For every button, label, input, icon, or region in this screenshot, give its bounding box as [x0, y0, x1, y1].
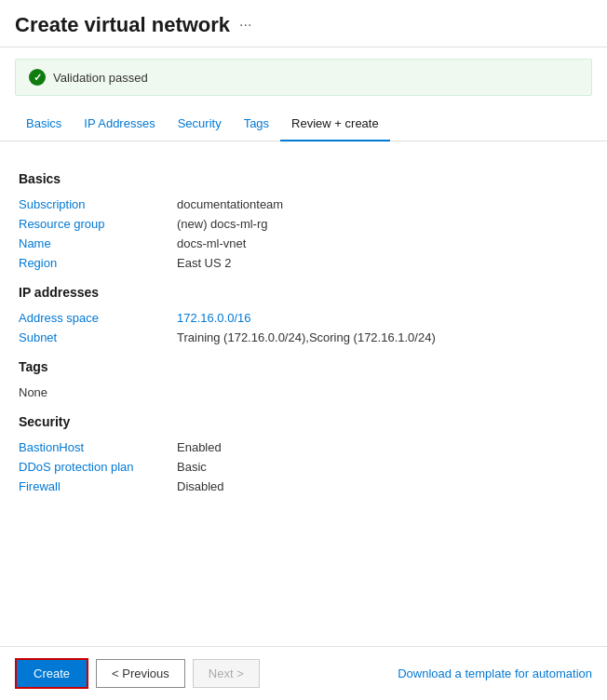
resource-group-value: (new) docs-ml-rg — [177, 217, 268, 231]
bastion-host-label: BastionHost — [19, 440, 177, 454]
field-name: Name docs-ml-vnet — [19, 236, 588, 250]
tab-bar: Basics IP Addresses Security Tags Review… — [0, 107, 607, 141]
field-resource-group: Resource group (new) docs-ml-rg — [19, 217, 588, 231]
main-content: Basics Subscription documentationteam Re… — [0, 141, 607, 519]
basics-section: Basics Subscription documentationteam Re… — [19, 171, 588, 270]
ddos-value: Basic — [177, 460, 207, 474]
field-subnet: Subnet Training (172.16.0.0/24),Scoring … — [19, 330, 588, 344]
subscription-value: documentationteam — [177, 197, 283, 211]
security-section: Security BastionHost Enabled DDoS protec… — [19, 414, 588, 493]
tags-value: None — [19, 385, 588, 399]
field-region: Region East US 2 — [19, 256, 588, 270]
tab-ip-addresses[interactable]: IP Addresses — [73, 107, 166, 141]
footer: Create < Previous Next > Download a temp… — [0, 646, 607, 700]
name-value: docs-ml-vnet — [177, 236, 246, 250]
ellipsis-icon[interactable]: ··· — [239, 17, 251, 34]
address-space-label: Address space — [19, 311, 177, 325]
download-template-link[interactable]: Download a template for automation — [398, 666, 592, 680]
address-space-value: 172.16.0.0/16 — [177, 311, 251, 325]
field-bastion-host: BastionHost Enabled — [19, 440, 588, 454]
ip-addresses-section-title: IP addresses — [19, 285, 588, 300]
create-button[interactable]: Create — [15, 658, 88, 689]
field-subscription: Subscription documentationteam — [19, 197, 588, 211]
tags-section: Tags None — [19, 359, 588, 399]
ddos-label: DDoS protection plan — [19, 460, 177, 474]
firewall-label: Firewall — [19, 479, 177, 493]
resource-group-label: Resource group — [19, 217, 177, 231]
name-label: Name — [19, 236, 177, 250]
tab-tags[interactable]: Tags — [233, 107, 280, 141]
previous-button[interactable]: < Previous — [96, 659, 185, 688]
tags-section-title: Tags — [19, 359, 588, 374]
bastion-host-value: Enabled — [177, 440, 222, 454]
subnet-label: Subnet — [19, 330, 177, 344]
basics-section-title: Basics — [19, 171, 588, 186]
validation-text: Validation passed — [53, 71, 148, 85]
region-label: Region — [19, 256, 177, 270]
page-header: Create virtual network ··· — [0, 0, 607, 47]
subnet-value: Training (172.16.0.0/24),Scoring (172.16… — [177, 330, 436, 344]
subscription-label: Subscription — [19, 197, 177, 211]
field-ddos: DDoS protection plan Basic — [19, 460, 588, 474]
tab-basics[interactable]: Basics — [15, 107, 73, 141]
validation-banner: Validation passed — [15, 59, 592, 96]
field-firewall: Firewall Disabled — [19, 479, 588, 493]
field-address-space: Address space 172.16.0.0/16 — [19, 311, 588, 325]
tab-review-create[interactable]: Review + create — [280, 107, 390, 141]
page-title: Create virtual network — [15, 13, 230, 37]
tab-security[interactable]: Security — [167, 107, 233, 141]
validation-check-icon — [29, 69, 46, 86]
security-section-title: Security — [19, 414, 588, 429]
next-button: Next > — [193, 659, 260, 688]
ip-addresses-section: IP addresses Address space 172.16.0.0/16… — [19, 285, 588, 344]
region-value: East US 2 — [177, 256, 232, 270]
firewall-value: Disabled — [177, 479, 224, 493]
